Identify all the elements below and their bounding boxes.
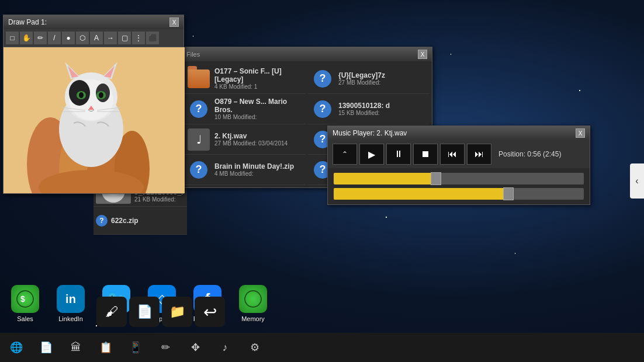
draw-tool-hand[interactable]: ✋ xyxy=(20,32,33,44)
taskbar: 🌐 📄 🏛 📋 📱 ✏ ✥ ♪ ⚙ xyxy=(0,333,644,362)
music-player-title: Music Player: 2. Ktj.wav xyxy=(333,129,407,137)
taskbar-globe-icon[interactable]: 🌐 xyxy=(6,337,27,358)
file-row-2: ? O879 – New S... Mario Bros. 10 MB Modi… xyxy=(184,94,430,124)
ctrl-stop[interactable]: ⏹ xyxy=(413,144,438,165)
file-info-3: O879 – New S... Mario Bros. 10 MB Modifi… xyxy=(214,98,302,120)
taskbar-music-icon[interactable]: ♪ xyxy=(214,337,236,358)
draw-tool-pencil[interactable]: ✏ xyxy=(34,32,47,44)
partial-file-name-4: 622c.zip xyxy=(111,217,185,225)
draw-tool-hex[interactable]: ⬡ xyxy=(76,32,89,44)
file-item-3[interactable]: ? O879 – New S... Mario Bros. 10 MB Modi… xyxy=(184,94,306,124)
file-meta-1: 4 KB Modified: 1 xyxy=(214,83,302,90)
music-player-titlebar: Music Player: 2. Ktj.wav X xyxy=(328,126,590,140)
file-name-3: O879 – New S... Mario Bros. xyxy=(214,98,302,114)
file-name-2: {U}[Legacy]7z xyxy=(338,71,426,79)
qa-paint-button[interactable]: 🖌 xyxy=(96,297,127,327)
draw-tool-rect[interactable]: □ xyxy=(6,32,19,44)
draw-tool-line[interactable]: / xyxy=(48,32,61,44)
draw-pad-window: Draw Pad 1: X □ ✋ ✏ / ● ⬡ A → ▢ ⋮ ⬛ xyxy=(3,15,184,194)
q-shape-2: ? xyxy=(190,100,207,118)
file-info-4: 13900510128: d 15 KB Modified: xyxy=(338,102,426,116)
file-meta-3: 10 MB Modified: xyxy=(214,114,302,120)
right-panel-arrow[interactable]: ‹ xyxy=(630,163,644,199)
progress-track[interactable] xyxy=(334,173,584,185)
file-meta-5: 27 MB Modified: 03/04/2014 xyxy=(214,140,302,147)
taskbar-doc-icon[interactable]: 📄 xyxy=(36,337,57,358)
right-arrow-icon: ‹ xyxy=(635,176,638,186)
file-info-5: 2. Ktj.wav 27 MB Modified: 03/04/2014 xyxy=(214,132,302,147)
taskbar-home-icon[interactable]: 🏛 xyxy=(65,337,86,358)
quick-actions-bar: 🖌 📄 📁 ↩ xyxy=(96,297,225,327)
draw-pad-close[interactable]: X xyxy=(169,18,179,27)
file-item-7[interactable]: ? Brain in Minute Day!.zip 4 MB Modified… xyxy=(184,155,306,185)
svg-point-32 xyxy=(17,291,33,307)
canvas-content xyxy=(4,47,185,193)
file-manager-title: Files xyxy=(186,51,200,58)
taskbar-move-icon[interactable]: ✥ xyxy=(185,337,206,358)
qa-new-folder-button[interactable]: 📁 xyxy=(162,297,192,327)
draw-toolbar: □ ✋ ✏ / ● ⬡ A → ▢ ⋮ ⬛ xyxy=(4,29,183,47)
taskbar-mobile-icon[interactable]: 📱 xyxy=(125,337,146,358)
draw-tool-circle[interactable]: ● xyxy=(62,32,75,44)
qa-new-doc-button[interactable]: 📄 xyxy=(129,297,160,327)
file-meta-7: 4 MB Modified: xyxy=(214,170,302,177)
file-info-7: Brain in Minute Day!.zip 4 MB Modified: xyxy=(214,162,302,177)
music-player-window: Music Player: 2. Ktj.wav X ⌃ ▶ ⏸ ⏹ ⏮ ⏭ P… xyxy=(327,126,590,205)
folder-shape xyxy=(188,69,210,88)
question-icon-partial-2: ? xyxy=(96,215,108,227)
player-sliders xyxy=(328,168,590,204)
progress-row xyxy=(334,173,584,185)
sales-icon: $ xyxy=(11,285,39,313)
taskbar-edit-icon[interactable]: ✏ xyxy=(155,337,176,358)
ctrl-pause[interactable]: ⏸ xyxy=(386,144,411,165)
q-shape-1: ? xyxy=(314,70,331,88)
volume-fill xyxy=(334,188,509,200)
desktop-icon-linkedin[interactable]: in LinkedIn xyxy=(50,285,91,322)
draw-tool-eraser[interactable]: ⬛ xyxy=(146,32,159,44)
sales-label: Sales xyxy=(17,315,33,322)
qa-share-button[interactable]: ↩ xyxy=(195,297,225,327)
music-player-close[interactable]: X xyxy=(576,128,585,138)
sales-icon-svg: $ xyxy=(16,290,34,308)
svg-point-18 xyxy=(99,92,103,98)
linkedin-icon: in xyxy=(57,285,85,313)
volume-row xyxy=(334,188,584,200)
volume-handle[interactable] xyxy=(503,187,514,200)
svg-point-17 xyxy=(79,92,84,98)
linkedin-label: LinkedIn xyxy=(58,315,83,322)
progress-handle[interactable] xyxy=(431,172,441,185)
taskbar-settings-icon[interactable]: ⚙ xyxy=(244,337,265,358)
memory-icon-svg xyxy=(244,290,262,308)
desktop-icon-sales[interactable]: $ Sales xyxy=(5,285,46,322)
svg-text:$: $ xyxy=(20,294,25,304)
music-file-icon: ♩ xyxy=(188,128,210,151)
question-icon-2: ? xyxy=(188,98,210,120)
ctrl-play[interactable]: ▶ xyxy=(359,144,384,165)
file-item-4[interactable]: ? 13900510128: d 15 KB Modified: xyxy=(308,94,430,124)
file-info-1: O177 – Sonic F... [U][Legacy] 4 KB Modif… xyxy=(214,67,302,90)
q-shape-5: ? xyxy=(190,161,207,179)
question-icon-3: ? xyxy=(311,98,334,120)
file-manager-close[interactable]: X xyxy=(418,50,427,59)
ctrl-next[interactable]: ⏭ xyxy=(467,144,491,165)
taskbar-clipboard-icon[interactable]: 📋 xyxy=(95,337,116,358)
memory-icon xyxy=(239,285,267,313)
draw-tool-menu[interactable]: ⋮ xyxy=(132,32,145,44)
draw-tool-text[interactable]: A xyxy=(90,32,103,44)
desktop-icon-memory[interactable]: Memory xyxy=(233,285,273,322)
file-name-5: 2. Ktj.wav xyxy=(214,132,302,140)
file-item-5[interactable]: ♩ 2. Ktj.wav 27 MB Modified: 03/04/2014 xyxy=(184,124,306,155)
ctrl-prev[interactable]: ⏮ xyxy=(440,144,465,165)
volume-track[interactable] xyxy=(334,188,584,200)
draw-canvas[interactable] xyxy=(4,47,185,193)
file-meta-2: 27 MB Modified: xyxy=(338,79,426,86)
position-text: Position: 0:56 (2:45) xyxy=(498,150,561,158)
draw-tool-arrow[interactable]: → xyxy=(104,32,117,44)
draw-tool-square[interactable]: ▢ xyxy=(118,32,131,44)
file-item-1[interactable]: O177 – Sonic F... [U][Legacy] 4 KB Modif… xyxy=(184,64,306,94)
file-name-7: Brain in Minute Day!.zip xyxy=(214,162,302,170)
partial-file-info-4: 622c.zip xyxy=(111,217,185,225)
question-icon-1: ? xyxy=(311,68,334,90)
ctrl-menu[interactable]: ⌃ xyxy=(333,144,357,165)
file-item-2[interactable]: ? {U}[Legacy]7z 27 MB Modified: xyxy=(308,64,430,94)
